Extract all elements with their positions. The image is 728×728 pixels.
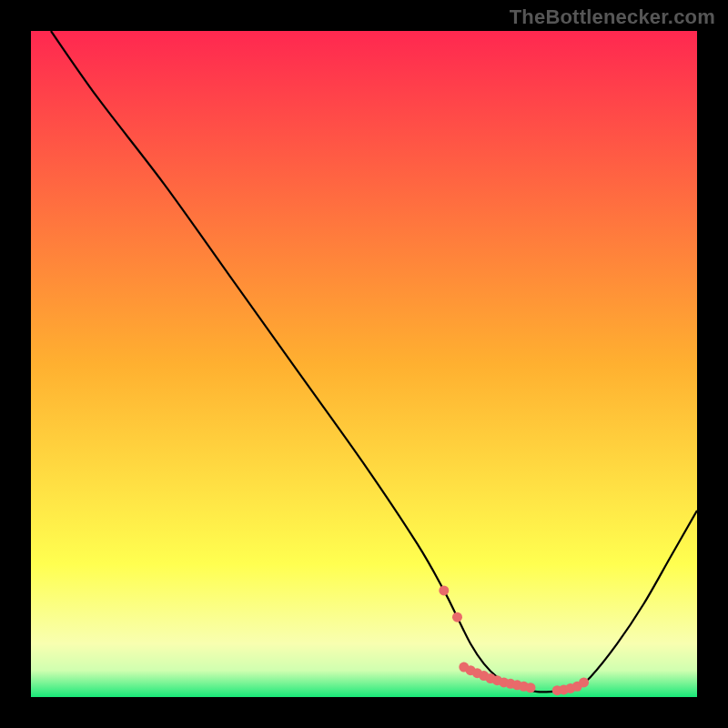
- chart-container: TheBottlenecker.com: [0, 0, 728, 728]
- marker-dot: [452, 612, 462, 622]
- marker-dot: [579, 677, 589, 687]
- attribution-text: TheBottlenecker.com: [510, 5, 715, 29]
- chart-svg: [31, 31, 697, 697]
- gradient-background: [31, 31, 697, 697]
- plot-area: [31, 31, 697, 697]
- marker-dot: [526, 682, 536, 693]
- marker-dot: [439, 585, 449, 595]
